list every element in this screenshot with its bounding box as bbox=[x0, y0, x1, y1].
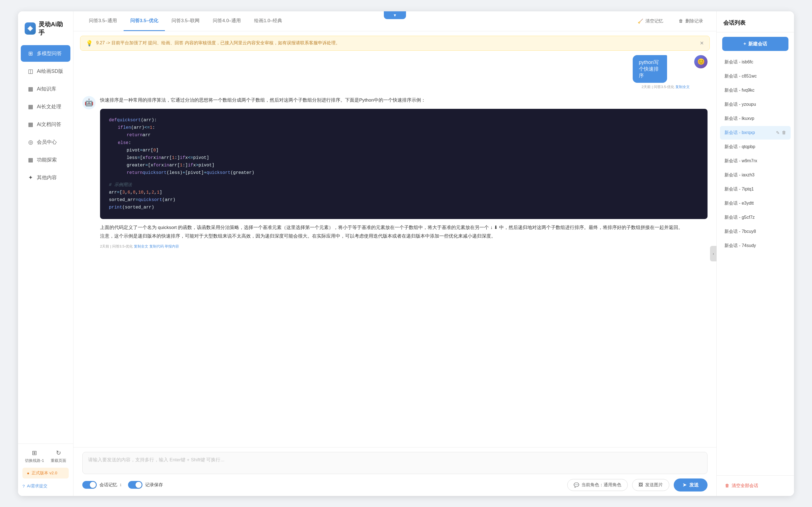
ai-avatar: 🤖 bbox=[82, 96, 96, 109]
save-toggle-switch[interactable] bbox=[128, 481, 143, 489]
tab-qa35-general[interactable]: 问答3.5–通用 bbox=[82, 11, 123, 31]
keyword: else bbox=[118, 139, 128, 147]
send-image-button[interactable]: 🖼 发送图片 bbox=[632, 479, 669, 491]
operator: + bbox=[204, 169, 206, 177]
tab-draw10-classic[interactable]: 绘画1.0–经典 bbox=[248, 11, 289, 31]
ai-message-model: 问答3.5-优化 bbox=[112, 244, 133, 248]
ai-copy-all-link[interactable]: 复制全文 bbox=[134, 244, 148, 248]
clear-all-button[interactable]: 🗑 清空全部会话 bbox=[722, 480, 789, 492]
function-name: len bbox=[123, 124, 131, 131]
feedback-link[interactable]: ? Ai需求提交 bbox=[22, 482, 69, 490]
separator: | bbox=[652, 85, 654, 89]
plus-icon: + bbox=[744, 41, 746, 47]
conv-item-label: 新会话 - 7bcuy8 bbox=[724, 229, 756, 234]
conv-item-7bcuy8[interactable]: 新会话 - 7bcuy8 bbox=[720, 225, 791, 238]
top-arrow[interactable]: ▼ bbox=[384, 11, 406, 19]
sidebar-item-ai-draw[interactable]: ◫ Ai绘画SD版 bbox=[21, 63, 70, 79]
conv-item-w9m7rx[interactable]: 新会话 - w9m7rx bbox=[720, 154, 791, 168]
conv-item-lkuxvp[interactable]: 新会话 - lkuxvp bbox=[720, 112, 791, 125]
conv-item-label: 新会话 - 7iptq1 bbox=[724, 186, 754, 192]
clear-all-label: 清空全部会话 bbox=[731, 483, 758, 489]
conv-item-isb6fc[interactable]: 新会话 - isb6fc bbox=[720, 55, 791, 69]
operator: = bbox=[140, 147, 143, 154]
conv-item-7iptq1[interactable]: 新会话 - 7iptq1 bbox=[720, 182, 791, 196]
tab-qa35-optimized[interactable]: 问答3.5–优化 bbox=[123, 11, 165, 31]
conv-item-g5cf7z[interactable]: 新会话 - g5cf7z bbox=[720, 211, 791, 224]
conv-item-fvq9kc[interactable]: 新会话 - fvq9kc bbox=[720, 83, 791, 97]
memory-toggle-switch[interactable] bbox=[82, 481, 97, 489]
tab-qa40-general[interactable]: 问答4.0–通用 bbox=[206, 11, 248, 31]
ai-copy-code-link[interactable]: 复制代码 bbox=[149, 244, 164, 248]
conv-item-yzoupu[interactable]: 新会话 - yzoupu bbox=[720, 98, 791, 111]
clear-memory-label: 清空记忆 bbox=[646, 18, 663, 24]
operator: <= bbox=[144, 124, 150, 131]
code-text: arr[ bbox=[161, 154, 172, 162]
collapse-button[interactable]: › bbox=[710, 246, 717, 262]
conv-item-label: 新会话 - isb6fc bbox=[724, 59, 753, 65]
sidebar-item-multi-model[interactable]: ⊞ 多模型问答 bbox=[21, 45, 70, 62]
tab-label: 问答3.5–联网 bbox=[171, 17, 200, 24]
chat-input[interactable]: 请输入要发送的内容，支持多行，输入 Enter键 + Shift键 可换行... bbox=[82, 452, 708, 474]
switch-line-button[interactable]: ⊞ 切换线路-1 bbox=[25, 449, 44, 463]
sidebar-item-function[interactable]: ▦ 功能探索 bbox=[21, 152, 70, 168]
code-text: pivot bbox=[126, 147, 140, 154]
sidebar-item-member[interactable]: ◎ 会员中心 bbox=[21, 134, 70, 150]
logo-icon bbox=[25, 22, 36, 35]
delete-record-button[interactable]: 🗑 删除记录 bbox=[674, 16, 708, 26]
ai-report-link[interactable]: 举报内容 bbox=[165, 244, 179, 248]
code-text: arr[ bbox=[143, 147, 153, 154]
save-toggle[interactable]: 记录保存 bbox=[128, 481, 163, 489]
sidebar-item-ai-doc[interactable]: ▦ Ai文档问答 bbox=[21, 116, 70, 133]
clear-memory-button[interactable]: 🧹 清空记忆 bbox=[633, 16, 668, 26]
version-badge: ● 正式版本 v2.0 bbox=[22, 468, 69, 478]
operator: <= bbox=[188, 154, 193, 162]
conv-item-qtqpbp[interactable]: 新会话 - qtqpbp bbox=[720, 140, 791, 154]
conv-item-74sudy[interactable]: 新会话 - 74sudy bbox=[720, 239, 791, 252]
edit-conv-button[interactable]: ✎ bbox=[776, 130, 779, 135]
conv-item-e3ydtt[interactable]: 新会话 - e3ydtt bbox=[720, 196, 791, 210]
ai-intro-text: 快速排序是一种常用的排序算法，它通过分治的思想将一个数组分成两个子数组，然后对这… bbox=[100, 96, 708, 105]
code-line-2: if len (arr) <= 1 : bbox=[109, 124, 699, 131]
copy-all-link[interactable]: 复制全文 bbox=[675, 85, 690, 89]
send-button[interactable]: ➤ 发送 bbox=[674, 478, 708, 492]
sidebar-item-ai-long[interactable]: ▦ Ai长文处理 bbox=[21, 98, 70, 115]
code-text: (arr) bbox=[162, 196, 175, 204]
ai-explanation-text: 上面的代码定义了一个名为 quicksort 的函数，该函数采用分治策略，选择一… bbox=[100, 223, 708, 240]
conv-list-title: 会话列表 bbox=[723, 20, 746, 26]
code-text: x bbox=[153, 154, 156, 162]
conv-item-iaxzh3[interactable]: 新会话 - iaxzh3 bbox=[720, 168, 791, 182]
version-text: 正式版本 v2.0 bbox=[32, 470, 57, 476]
sidebar-item-ai-knowledge[interactable]: ▦ Ai知识库 bbox=[21, 80, 70, 97]
doc-icon: ▦ bbox=[28, 104, 34, 110]
operator: + bbox=[183, 169, 186, 177]
sidebar-item-other[interactable]: ✦ 其他内容 bbox=[21, 169, 70, 186]
memory-toggle-knob bbox=[90, 482, 96, 488]
memory-toggle[interactable]: 会话记忆 ℹ bbox=[82, 481, 121, 489]
input-bottom: 会话记忆 ℹ 记录保存 💬 当前角色：通用角色 bbox=[82, 478, 708, 492]
number: 1 bbox=[157, 189, 160, 196]
reload-button[interactable]: ↻ 重载页面 bbox=[51, 449, 66, 463]
code-line-3: return arr bbox=[109, 131, 699, 139]
delete-conv-button[interactable]: 🗑 bbox=[782, 130, 786, 135]
code-line-5: pivot = arr[ 0 ] bbox=[109, 147, 699, 154]
code-text: x bbox=[185, 154, 188, 162]
keyword: return bbox=[126, 169, 143, 177]
announcement-close-button[interactable]: ✕ bbox=[700, 40, 704, 46]
role-button[interactable]: 💬 当前角色：通用角色 bbox=[567, 479, 628, 491]
save-toggle-label: 记录保存 bbox=[145, 482, 163, 488]
code-text: : bbox=[152, 124, 155, 131]
conv-item-label: 新会话 - qtqpbp bbox=[724, 144, 755, 150]
keyword: if bbox=[118, 124, 123, 131]
conv-item-c851wc[interactable]: 新会话 - c851wc bbox=[720, 69, 791, 83]
ai-message-meta: 2天前 | 问答3.5-优化 复制全文 复制代码 举报内容 bbox=[100, 244, 708, 249]
feedback-label: Ai需求提交 bbox=[27, 484, 47, 489]
chat-area: python写个快速排序 2天前 | 问答3.5-优化 复制全文 😊 🤖 bbox=[73, 55, 716, 447]
reload-label: 重载页面 bbox=[51, 458, 66, 463]
function-name: quicksort bbox=[138, 196, 162, 204]
keyword: for bbox=[153, 162, 161, 169]
tab-qa35-network[interactable]: 问答3.5–联网 bbox=[165, 11, 206, 31]
arrow-down-icon: ▼ bbox=[393, 13, 397, 17]
new-conversation-button[interactable]: + 新建会话 bbox=[722, 37, 789, 51]
keyword: in bbox=[156, 154, 161, 162]
conv-item-bxrqxp[interactable]: 新会话 - bxrqxp ✎ 🗑 bbox=[720, 126, 791, 139]
